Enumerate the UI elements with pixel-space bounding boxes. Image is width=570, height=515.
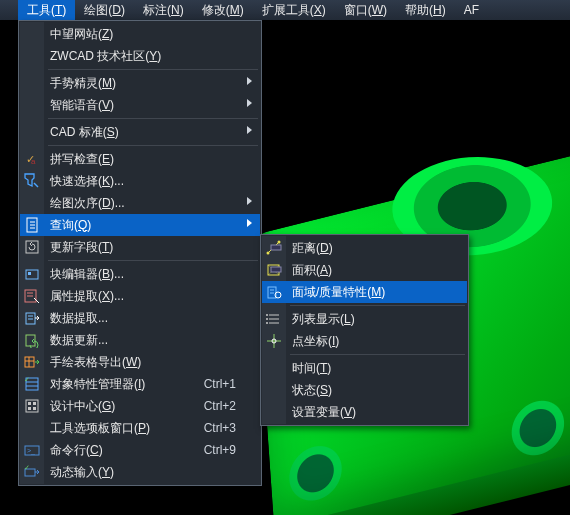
bedit-icon <box>24 266 40 282</box>
svg-rect-8 <box>28 272 31 275</box>
spell-icon: ✓a <box>24 151 40 167</box>
tools-item-9[interactable]: 快速选择(K)... <box>20 170 260 192</box>
tools-item-23[interactable]: ✓动态输入(Y) <box>20 461 260 483</box>
menu-item-label: 对象特性管理器(I) <box>50 376 176 393</box>
tools-item-0[interactable]: 中望网站(Z) <box>20 23 260 45</box>
menu-item-label: 中望网站(Z) <box>50 26 236 43</box>
props-icon: ✓ <box>24 376 40 392</box>
svg-rect-23 <box>26 400 38 412</box>
menu-item-label: 点坐标(I) <box>292 333 443 350</box>
tools-item-12[interactable]: 更新字段(T) <box>20 236 260 258</box>
svg-text:✓: ✓ <box>24 376 30 383</box>
tools-item-22[interactable]: >_命令行(C)Ctrl+9 <box>20 439 260 461</box>
tools-item-16[interactable]: 数据提取... <box>20 307 260 329</box>
query-item-2[interactable]: 面域/质量特性(M) <box>262 281 467 303</box>
query-item-7[interactable]: 时间(T) <box>262 357 467 379</box>
list-icon <box>266 311 282 327</box>
svg-point-49 <box>266 322 268 324</box>
submenu-arrow-icon <box>247 126 252 134</box>
query-item-0[interactable]: 距离(D) <box>262 237 467 259</box>
menu-item-label: 设计中心(G) <box>50 398 176 415</box>
menu-item-label: 面积(A) <box>292 262 443 279</box>
menu-7[interactable]: AF <box>455 0 488 20</box>
svg-rect-35 <box>271 245 281 250</box>
menu-separator <box>290 354 465 355</box>
menu-item-label: 状态(S) <box>292 382 443 399</box>
query-item-9[interactable]: 设置变量(V) <box>262 401 467 423</box>
menu-item-label: 查询(Q) <box>50 217 236 234</box>
query-item-5[interactable]: 点坐标(I) <box>262 330 467 352</box>
menu-item-label: 动态输入(Y) <box>50 464 236 481</box>
svg-point-34 <box>278 241 281 244</box>
menu-item-label: 手绘表格导出(W) <box>50 354 236 371</box>
menu-item-shortcut: Ctrl+2 <box>204 399 236 413</box>
menu-item-shortcut: Ctrl+3 <box>204 421 236 435</box>
menu-item-label: 数据提取... <box>50 310 236 327</box>
menu-item-label: 更新字段(T) <box>50 239 236 256</box>
svg-rect-24 <box>28 402 31 405</box>
tools-item-21[interactable]: 工具选项板窗口(P)Ctrl+3 <box>20 417 260 439</box>
menu-item-label: 快速选择(K)... <box>50 173 236 190</box>
menu-separator <box>48 69 258 70</box>
dcenter-icon <box>24 398 40 414</box>
menu-item-label: ZWCAD 技术社区(Y) <box>50 48 236 65</box>
tools-item-10[interactable]: 绘图次序(D)... <box>20 192 260 214</box>
menu-0[interactable]: 工具(T) <box>18 0 75 20</box>
tools-item-1[interactable]: ZWCAD 技术社区(Y) <box>20 45 260 67</box>
svg-rect-27 <box>33 407 36 410</box>
menu-item-shortcut: Ctrl+1 <box>204 377 236 391</box>
cmdline-icon: >_ <box>24 442 40 458</box>
menu-item-shortcut: Ctrl+9 <box>204 443 236 457</box>
svg-rect-6 <box>26 241 38 253</box>
query-item-1[interactable]: 面积(A) <box>262 259 467 281</box>
update-icon <box>24 239 40 255</box>
menu-item-label: 块编辑器(B)... <box>50 266 236 283</box>
tools-item-6[interactable]: CAD 标准(S) <box>20 121 260 143</box>
tools-item-3[interactable]: 手势精灵(M) <box>20 72 260 94</box>
menu-2[interactable]: 标注(N) <box>134 0 193 20</box>
dyninp-icon: ✓ <box>24 464 40 480</box>
menu-item-label: 拼写检查(E) <box>50 151 236 168</box>
svg-rect-26 <box>28 407 31 410</box>
menu-5[interactable]: 窗口(W) <box>335 0 396 20</box>
dataupd-icon <box>24 332 40 348</box>
tools-item-4[interactable]: 智能语音(V) <box>20 94 260 116</box>
menu-item-label: 工具选项板窗口(P) <box>50 420 176 437</box>
submenu-arrow-icon <box>247 77 252 85</box>
dataext-icon <box>24 310 40 326</box>
svg-text:>_: >_ <box>27 447 35 455</box>
menu-4[interactable]: 扩展工具(X) <box>253 0 335 20</box>
menu-item-label: 绘图次序(D)... <box>50 195 236 212</box>
svg-rect-39 <box>271 267 281 272</box>
menu-separator <box>290 305 465 306</box>
svg-point-47 <box>266 314 268 316</box>
tools-item-19[interactable]: ✓对象特性管理器(I)Ctrl+1 <box>20 373 260 395</box>
menu-3[interactable]: 修改(M) <box>193 0 253 20</box>
tools-item-20[interactable]: 设计中心(G)Ctrl+2 <box>20 395 260 417</box>
menu-separator <box>48 145 258 146</box>
query-item-4[interactable]: 列表显示(L) <box>262 308 467 330</box>
tools-item-15[interactable]: 属性提取(X)... <box>20 285 260 307</box>
menu-item-label: CAD 标准(S) <box>50 124 236 141</box>
tools-item-14[interactable]: 块编辑器(B)... <box>20 263 260 285</box>
menubar: 工具(T)绘图(D)标注(N)修改(M)扩展工具(X)窗口(W)帮助(H)AF <box>0 0 570 21</box>
tools-item-11[interactable]: 查询(Q) <box>20 214 260 236</box>
query-item-8[interactable]: 状态(S) <box>262 379 467 401</box>
query-submenu: 距离(D)面积(A)面域/质量特性(M)列表显示(L)点坐标(I)时间(T)状态… <box>260 234 469 426</box>
tblexp-icon <box>24 354 40 370</box>
submenu-arrow-icon <box>247 197 252 205</box>
menu-item-label: 面域/质量特性(M) <box>292 284 443 301</box>
menu-6[interactable]: 帮助(H) <box>396 0 455 20</box>
menu-item-label: 设置变量(V) <box>292 404 443 421</box>
submenu-arrow-icon <box>247 99 252 107</box>
tools-item-17[interactable]: 数据更新... <box>20 329 260 351</box>
svg-text:a: a <box>31 157 36 166</box>
menu-separator <box>48 118 258 119</box>
tools-dropdown: 中望网站(Z)ZWCAD 技术社区(Y)手势精灵(M)智能语音(V)CAD 标准… <box>18 20 262 486</box>
menu-1[interactable]: 绘图(D) <box>75 0 134 20</box>
tools-item-18[interactable]: 手绘表格导出(W) <box>20 351 260 373</box>
svg-point-48 <box>266 318 268 320</box>
query-icon <box>24 217 40 233</box>
menu-item-label: 距离(D) <box>292 240 443 257</box>
tools-item-8[interactable]: ✓a拼写检查(E) <box>20 148 260 170</box>
